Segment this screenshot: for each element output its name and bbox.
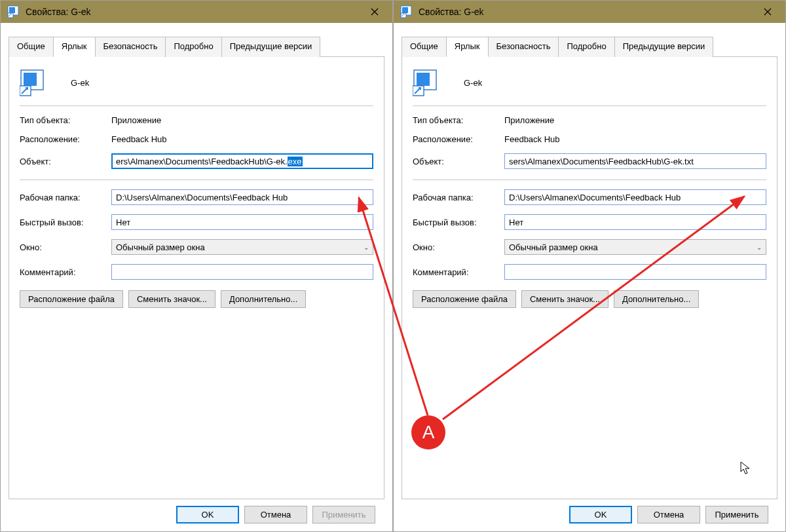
properties-dialog-right: Свойства: G-ek Общие Ярлык Безопасность …	[393, 0, 786, 532]
close-button[interactable]	[360, 1, 390, 22]
target-label: Объект:	[20, 157, 111, 166]
tab-general[interactable]: Общие	[402, 37, 447, 57]
workdir-input[interactable]	[111, 189, 373, 205]
window-icon	[400, 5, 413, 18]
app-name: G-ek	[464, 78, 482, 88]
titlebar[interactable]: Свойства: G-ek	[394, 1, 785, 23]
type-value: Приложение	[504, 115, 554, 125]
shortcut-label: Быстрый вызов:	[413, 218, 504, 227]
shortcut-app-icon	[413, 69, 440, 96]
location-label: Расположение:	[20, 134, 111, 144]
location-label: Расположение:	[413, 134, 504, 144]
comment-label: Комментарий:	[20, 267, 111, 277]
apply-button[interactable]: Применить	[705, 506, 768, 523]
ok-button[interactable]: OK	[176, 506, 239, 523]
svg-rect-10	[417, 73, 430, 86]
window-select[interactable]: Обычный размер окна ⌄	[504, 239, 766, 255]
comment-input[interactable]	[504, 264, 766, 280]
svg-rect-1	[9, 7, 15, 13]
change-icon-button[interactable]: Сменить значок...	[128, 290, 215, 308]
app-name: G-ek	[71, 78, 89, 88]
svg-rect-7	[402, 7, 408, 13]
shortcut-input[interactable]	[111, 214, 373, 230]
window-label: Окно:	[413, 242, 504, 252]
window-select[interactable]: Обычный размер окна ⌄	[111, 239, 373, 255]
type-label: Тип объекта:	[413, 115, 504, 125]
dialog-footer: OK Отмена Применить	[402, 499, 777, 531]
tab-shortcut[interactable]: Ярлык	[53, 37, 96, 57]
chevron-down-icon: ⌄	[364, 244, 369, 251]
open-file-location-button[interactable]: Расположение файла	[20, 290, 123, 308]
workdir-label: Рабочая папка:	[20, 193, 111, 202]
tab-previous[interactable]: Предыдущие версии	[221, 37, 321, 57]
location-value: Feedback Hub	[504, 134, 560, 144]
cancel-button[interactable]: Отмена	[637, 506, 700, 523]
window-title: Свойства: G-ek	[419, 7, 753, 17]
tab-details[interactable]: Подробно	[558, 37, 614, 57]
window-label: Окно:	[20, 242, 111, 252]
titlebar[interactable]: Свойства: G-ek	[1, 1, 392, 23]
ok-button[interactable]: OK	[569, 506, 632, 523]
window-select-value: Обычный размер окна	[509, 242, 598, 252]
advanced-button[interactable]: Дополнительно...	[221, 290, 306, 308]
advanced-button[interactable]: Дополнительно...	[614, 290, 699, 308]
location-value: Feedback Hub	[111, 134, 167, 144]
target-ext-selected: exe	[288, 157, 303, 166]
target-text: ers\Almanex\Documents\FeedbackHub\G-ek.	[116, 157, 288, 166]
apply-button[interactable]: Применить	[312, 506, 375, 523]
tab-details[interactable]: Подробно	[165, 37, 221, 57]
workdir-label: Рабочая папка:	[413, 193, 504, 202]
window-select-value: Обычный размер окна	[116, 242, 205, 252]
window-icon	[7, 5, 20, 18]
type-label: Тип объекта:	[20, 115, 111, 125]
shortcut-input[interactable]	[504, 214, 766, 230]
target-label: Объект:	[413, 157, 504, 166]
dialog-body: Общие Ярлык Безопасность Подробно Предыд…	[1, 23, 392, 531]
open-file-location-button[interactable]: Расположение файла	[413, 290, 516, 308]
svg-rect-4	[24, 73, 37, 86]
cancel-button[interactable]: Отмена	[244, 506, 307, 523]
tab-shortcut[interactable]: Ярлык	[446, 37, 489, 57]
close-button[interactable]	[753, 1, 783, 22]
dialog-footer: OK Отмена Применить	[9, 499, 384, 531]
target-input[interactable]	[504, 153, 766, 169]
workdir-input[interactable]	[504, 189, 766, 205]
change-icon-button[interactable]: Сменить значок...	[521, 290, 608, 308]
window-title: Свойства: G-ek	[26, 7, 360, 17]
comment-label: Комментарий:	[413, 267, 504, 277]
properties-dialog-left: Свойства: G-ek Общие Ярлык Безопасность …	[0, 0, 393, 532]
tab-security[interactable]: Безопасность	[488, 37, 559, 57]
tab-content: G-ek Тип объекта: Приложение Расположени…	[402, 57, 777, 499]
type-value: Приложение	[111, 115, 161, 125]
tab-content: G-ek Тип объекта: Приложение Расположени…	[9, 57, 384, 499]
tab-strip: Общие Ярлык Безопасность Подробно Предыд…	[402, 36, 777, 57]
tab-security[interactable]: Безопасность	[95, 37, 166, 57]
shortcut-label: Быстрый вызов:	[20, 218, 111, 227]
close-icon	[371, 8, 379, 16]
comment-input[interactable]	[111, 264, 373, 280]
shortcut-app-icon	[20, 69, 47, 96]
tab-previous[interactable]: Предыдущие версии	[614, 37, 714, 57]
tab-strip: Общие Ярлык Безопасность Подробно Предыд…	[9, 36, 384, 57]
dialog-body: Общие Ярлык Безопасность Подробно Предыд…	[394, 23, 785, 531]
tab-general[interactable]: Общие	[9, 37, 54, 57]
chevron-down-icon: ⌄	[757, 244, 762, 251]
target-input[interactable]: ers\Almanex\Documents\FeedbackHub\G-ek.e…	[111, 153, 373, 169]
close-icon	[764, 8, 772, 16]
